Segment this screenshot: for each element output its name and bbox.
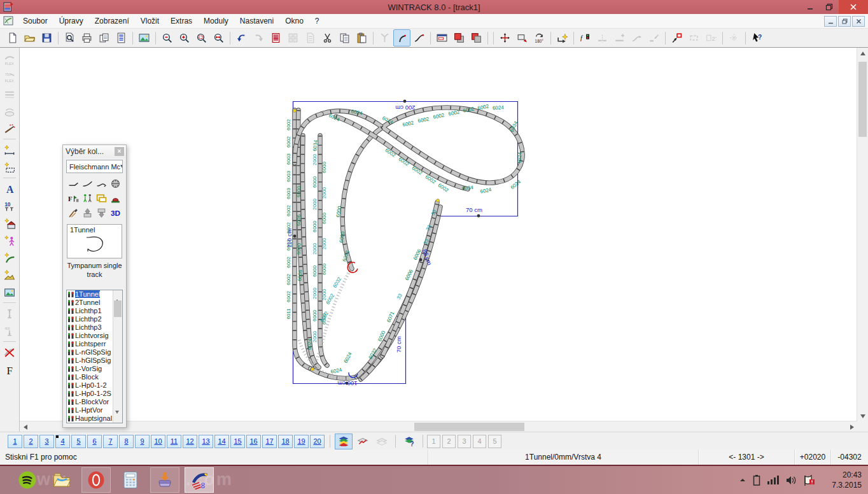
save-file-button[interactable]	[38, 29, 55, 46]
open-file-button[interactable]	[21, 29, 38, 46]
zoom-fit-button[interactable]	[210, 29, 227, 46]
parts-list-red-button[interactable]	[267, 29, 284, 46]
taskbar-opera-button[interactable]	[81, 467, 111, 493]
dim-handle[interactable]	[477, 215, 480, 218]
context-help-button[interactable]: ?	[748, 29, 766, 46]
menu-zobrazen[interactable]: Zobrazení	[89, 15, 135, 27]
brushes-button[interactable]	[66, 206, 80, 220]
mdi-close-button[interactable]	[852, 16, 865, 27]
layer-button-4[interactable]: 4	[55, 435, 70, 448]
layer-button-13[interactable]: 13	[199, 435, 213, 448]
layer-button-12[interactable]: 12	[183, 435, 197, 448]
dim-handle[interactable]	[403, 100, 407, 103]
convert-element-button[interactable]: f	[577, 29, 594, 46]
menu-vloit[interactable]: Vložit	[135, 15, 165, 27]
tunnel-in-button[interactable]	[80, 206, 94, 220]
taskbar-wintrack-button[interactable]: 8	[185, 467, 214, 493]
dim-handle[interactable]	[293, 235, 297, 238]
figures-button[interactable]	[80, 191, 94, 206]
track-system-dropdown[interactable]: Fleischmann Mc	[66, 160, 123, 173]
network-signal-icon[interactable]	[767, 476, 779, 484]
layer-button-8[interactable]: 8	[119, 435, 134, 448]
track-slope-button[interactable]	[410, 29, 428, 46]
taskbar-calculator-button[interactable]	[116, 467, 145, 493]
insert-rect-button[interactable]	[2, 159, 18, 175]
list-scrollbar[interactable]	[113, 290, 122, 423]
insert-terrain-button[interactable]	[2, 267, 18, 283]
menu-nastaveni[interactable]: Nastaveni	[234, 15, 279, 27]
cut-button[interactable]	[319, 29, 336, 46]
restore-button[interactable]	[820, 0, 839, 14]
turntable-button[interactable]	[109, 176, 123, 191]
profile-button[interactable]: F	[2, 362, 18, 378]
paste-button[interactable]	[353, 29, 370, 46]
layer-button-3[interactable]: 3	[39, 435, 54, 448]
battery-icon[interactable]	[753, 474, 760, 486]
plan-canvas[interactable]: 6002600260036003600360026002600360026002…	[20, 48, 857, 421]
list-scroll-up-icon[interactable]	[115, 292, 119, 299]
mdi-restore-button[interactable]	[838, 16, 851, 27]
hide-track-button[interactable]	[2, 344, 18, 360]
zoom-in-button[interactable]	[176, 29, 193, 46]
scroll-left-button[interactable]	[20, 421, 31, 432]
minimize-button[interactable]	[801, 0, 820, 14]
undo-button[interactable]	[233, 29, 250, 46]
print-preview-button[interactable]	[61, 29, 78, 46]
layer-button-7[interactable]: 7	[103, 435, 118, 448]
horizontal-scroll-thumb[interactable]	[414, 423, 524, 431]
layer-button-2[interactable]: 2	[24, 435, 38, 448]
track-segment[interactable]	[336, 116, 468, 189]
scroll-up-button[interactable]	[857, 48, 868, 59]
insert-height-text-button[interactable]: 10	[2, 198, 18, 214]
mdi-minimize-button[interactable]	[824, 16, 837, 27]
layers-help-button[interactable]: ?	[400, 434, 418, 449]
list-scroll-down-icon[interactable]	[115, 414, 119, 421]
curved-track-button[interactable]	[80, 176, 94, 191]
bring-front-button[interactable]	[451, 29, 468, 46]
horizontal-scrollbar[interactable]	[20, 421, 857, 432]
panel-titlebar[interactable]: Výběr kol... ×	[63, 145, 126, 158]
insert-element-button[interactable]	[554, 29, 571, 46]
view-3d-button[interactable]: 3D	[109, 206, 123, 220]
close-button[interactable]	[839, 0, 868, 14]
panel-close-icon[interactable]: ×	[115, 147, 124, 156]
copy-button[interactable]	[336, 29, 353, 46]
magic-wand-button[interactable]	[2, 120, 18, 136]
zoom-window-button[interactable]	[193, 29, 210, 46]
menu-soubor[interactable]: Soubor	[17, 15, 53, 27]
print-pages-button[interactable]	[95, 29, 113, 46]
straight-track-button[interactable]	[66, 176, 80, 191]
track-endpoint[interactable]	[293, 109, 297, 113]
layer-button-15[interactable]: 15	[230, 435, 245, 448]
parts-list-button[interactable]	[113, 29, 130, 46]
layer-button-5[interactable]: 5	[71, 435, 86, 448]
tunnel-out-button[interactable]	[95, 206, 109, 220]
list-scroll-thumb[interactable]	[114, 300, 122, 317]
zoom-out-button[interactable]	[158, 29, 176, 46]
scroll-right-button[interactable]	[846, 421, 857, 432]
dim-handle[interactable]	[419, 258, 423, 262]
layer-button-16[interactable]: 16	[246, 435, 261, 448]
clock[interactable]: 20:43 7.3.2015	[822, 470, 862, 490]
track-endpoint[interactable]	[311, 368, 314, 371]
taskbar-spotify-button[interactable]	[13, 467, 42, 493]
layer-button-10[interactable]: 10	[151, 435, 165, 448]
layer-button-6[interactable]: 6	[87, 435, 102, 448]
send-back-button[interactable]	[468, 29, 485, 46]
all-layers-button[interactable]	[335, 434, 353, 449]
volume-icon[interactable]	[786, 476, 797, 485]
move-form-button[interactable]	[514, 29, 531, 46]
insert-figure-button[interactable]	[2, 232, 18, 248]
track-segment[interactable]	[321, 108, 522, 269]
scroll-down-button[interactable]	[857, 411, 868, 421]
layer-button-17[interactable]: 17	[262, 435, 277, 448]
vertical-scrollbar[interactable]	[857, 48, 868, 421]
action-center-icon[interactable]	[804, 475, 815, 486]
layer-button-20[interactable]: 20	[310, 435, 325, 448]
portal-button[interactable]	[109, 191, 123, 206]
track-curve-button[interactable]	[393, 29, 410, 46]
insert-image-button[interactable]	[2, 284, 18, 300]
menu-pravy[interactable]: Úpravy	[53, 15, 89, 27]
track-segment[interactable]	[321, 108, 522, 269]
tray-expand-icon[interactable]	[739, 477, 746, 483]
